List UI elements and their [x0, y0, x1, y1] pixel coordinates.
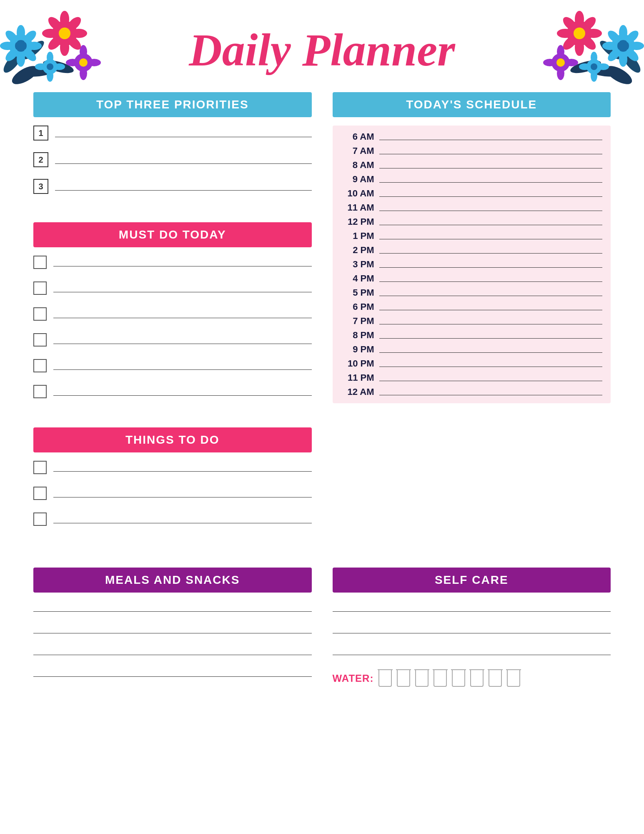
- time-4pm: 4 PM: [341, 273, 374, 284]
- must-do-line-3: [53, 310, 312, 318]
- schedule-line-10pm: [379, 360, 603, 367]
- time-5pm: 5 PM: [341, 287, 374, 298]
- things-item-1: [33, 461, 312, 474]
- schedule-line-4pm: [379, 275, 603, 282]
- schedule-line-6am: [379, 133, 603, 140]
- selfcare-lines: WATER:: [333, 601, 611, 687]
- time-10pm: 10 PM: [341, 358, 374, 369]
- checkbox-1[interactable]: [33, 256, 47, 269]
- time-12pm: 12 PM: [341, 216, 374, 227]
- must-do-item-3: [33, 307, 312, 321]
- schedule-row-6am: 6 AM: [341, 130, 603, 144]
- water-cup-1[interactable]: [378, 670, 392, 687]
- time-11am: 11 AM: [341, 202, 374, 213]
- must-do-item-6: [33, 385, 312, 398]
- must-do-header: MUST DO TODAY: [33, 222, 312, 247]
- time-10am: 10 AM: [341, 188, 374, 199]
- water-cup-5[interactable]: [452, 670, 465, 687]
- priority-num-1: 1: [33, 126, 48, 141]
- time-8am: 8 AM: [341, 160, 374, 171]
- priority-num-2: 2: [33, 152, 48, 167]
- schedule-row-6pm: 6 PM: [341, 300, 603, 314]
- schedule-line-5pm: [379, 289, 603, 296]
- schedule-row-11pm: 11 PM: [341, 371, 603, 385]
- time-7pm: 7 PM: [341, 316, 374, 327]
- selfcare-line-1: [333, 605, 611, 612]
- left-column: TOP THREE PRIORITIES 1 2 3 MUST DO TODAY: [33, 92, 312, 555]
- must-do-item-5: [33, 359, 312, 372]
- priority-item-2: 2: [33, 152, 312, 167]
- meal-line-4: [33, 670, 312, 677]
- checkbox-6[interactable]: [33, 385, 47, 398]
- schedule-row-5pm: 5 PM: [341, 286, 603, 300]
- things-to-do-header: THINGS TO DO: [33, 427, 312, 452]
- must-do-line-4: [53, 336, 312, 344]
- schedule-row-1pm: 1 PM: [341, 229, 603, 243]
- time-8pm: 8 PM: [341, 330, 374, 341]
- water-cup-4[interactable]: [434, 670, 447, 687]
- meals-section: MEALS AND SNACKS: [33, 568, 312, 692]
- time-6am: 6 AM: [341, 131, 374, 142]
- schedule-row-7am: 7 AM: [341, 144, 603, 158]
- schedule-row-3pm: 3 PM: [341, 257, 603, 271]
- must-do-line-1: [53, 258, 312, 266]
- meal-line-3: [33, 648, 312, 655]
- things-item-2: [33, 487, 312, 500]
- things-checkbox-2[interactable]: [33, 487, 47, 500]
- things-line-3: [53, 515, 312, 523]
- checkbox-3[interactable]: [33, 307, 47, 321]
- priority-line-3: [55, 182, 312, 191]
- time-12am: 12 AM: [341, 387, 374, 397]
- priority-item-1: 1: [33, 126, 312, 141]
- priority-line-2: [55, 156, 312, 164]
- things-checkbox-3[interactable]: [33, 512, 47, 526]
- water-cup-8[interactable]: [507, 670, 520, 687]
- meal-line-2: [33, 627, 312, 633]
- checkbox-4[interactable]: [33, 333, 47, 347]
- schedule-row-9pm: 9 PM: [341, 342, 603, 357]
- priority-item-3: 3: [33, 179, 312, 194]
- priority-line-1: [55, 129, 312, 137]
- priorities-section: TOP THREE PRIORITIES 1 2 3: [33, 92, 312, 206]
- water-cup-7[interactable]: [489, 670, 502, 687]
- schedule-line-8pm: [379, 332, 603, 339]
- schedule-row-9am: 9 AM: [341, 172, 603, 186]
- checkbox-5[interactable]: [33, 359, 47, 372]
- must-do-section: MUST DO TODAY: [33, 222, 312, 411]
- time-2pm: 2 PM: [341, 245, 374, 256]
- schedule-line-2pm: [379, 247, 603, 254]
- priority-num-3: 3: [33, 179, 48, 194]
- water-tracker: WATER:: [333, 670, 611, 687]
- main-grid: TOP THREE PRIORITIES 1 2 3 MUST DO TODAY: [33, 92, 611, 555]
- must-do-line-2: [53, 284, 312, 292]
- schedule-row-10am: 10 AM: [341, 186, 603, 201]
- schedule-line-1pm: [379, 233, 603, 239]
- checkbox-2[interactable]: [33, 281, 47, 295]
- title-area: Daily Planner: [33, 17, 611, 75]
- schedule-row-2pm: 2 PM: [341, 243, 603, 257]
- things-line-2: [53, 489, 312, 497]
- meals-lines: [33, 601, 312, 677]
- schedule-row-11am: 11 AM: [341, 201, 603, 215]
- time-1pm: 1 PM: [341, 231, 374, 241]
- schedule-row-7pm: 7 PM: [341, 314, 603, 328]
- time-3pm: 3 PM: [341, 259, 374, 270]
- selfcare-section: SELF CARE WATER:: [333, 568, 611, 692]
- things-item-3: [33, 512, 312, 526]
- water-cup-6[interactable]: [470, 670, 484, 687]
- water-cup-3[interactable]: [415, 670, 428, 687]
- schedule-line-8am: [379, 162, 603, 168]
- water-label: WATER:: [333, 673, 374, 684]
- meals-header: MEALS AND SNACKS: [33, 568, 312, 593]
- page-content: Daily Planner TOP THREE PRIORITIES 1 2 3: [0, 0, 644, 834]
- schedule-row-8pm: 8 PM: [341, 328, 603, 342]
- water-cup-2[interactable]: [397, 670, 410, 687]
- schedule-line-12pm: [379, 219, 603, 225]
- must-do-line-6: [53, 387, 312, 396]
- schedule-line-9am: [379, 176, 603, 183]
- selfcare-line-3: [333, 648, 611, 655]
- must-do-line-5: [53, 362, 312, 370]
- time-11pm: 11 PM: [341, 372, 374, 383]
- selfcare-header: SELF CARE: [333, 568, 611, 593]
- things-checkbox-1[interactable]: [33, 461, 47, 474]
